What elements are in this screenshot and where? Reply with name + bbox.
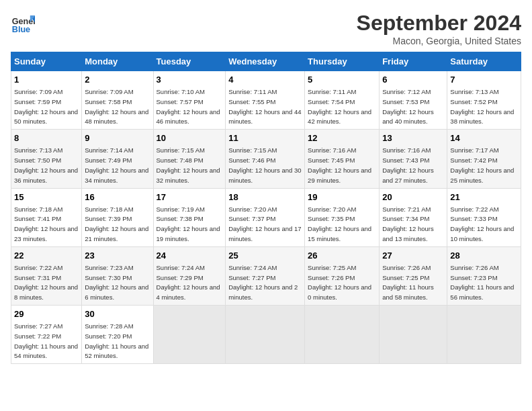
day-number: 18: [228, 191, 302, 203]
day-number: 8: [14, 132, 79, 144]
subtitle: Macon, Georgia, United States: [357, 36, 521, 46]
day-info: Sunrise: 7:24 AMSunset: 7:29 PMDaylight:…: [157, 264, 220, 301]
day-info: Sunrise: 7:19 AMSunset: 7:38 PMDaylight:…: [157, 205, 220, 242]
day-info: Sunrise: 7:24 AMSunset: 7:27 PMDaylight:…: [228, 264, 298, 301]
day-cell: [447, 306, 521, 364]
day-number: 19: [308, 191, 376, 203]
svg-text:Blue: Blue: [12, 25, 30, 34]
day-info: Sunrise: 7:22 AMSunset: 7:33 PMDaylight:…: [450, 205, 514, 242]
header-friday: Friday: [380, 52, 447, 71]
day-cell: 16 Sunrise: 7:18 AMSunset: 7:39 PMDaylig…: [82, 188, 153, 246]
day-cell: 27 Sunrise: 7:26 AMSunset: 7:25 PMDaylig…: [380, 246, 447, 305]
day-number: 2: [85, 74, 150, 86]
day-number: 13: [382, 132, 444, 144]
day-number: 20: [382, 191, 444, 203]
day-cell: 23 Sunrise: 7:23 AMSunset: 7:30 PMDaylig…: [82, 246, 153, 305]
day-info: Sunrise: 7:16 AMSunset: 7:45 PMDaylight:…: [308, 146, 371, 183]
week-row-5: 29 Sunrise: 7:27 AMSunset: 7:22 PMDaylig…: [11, 306, 521, 364]
header: General Blue September 2024 Macon, Georg…: [11, 11, 521, 46]
week-row-3: 15 Sunrise: 7:18 AMSunset: 7:41 PMDaylig…: [11, 188, 521, 246]
day-number: 4: [228, 74, 302, 86]
day-cell: 18 Sunrise: 7:20 AMSunset: 7:37 PMDaylig…: [226, 188, 305, 246]
header-thursday: Thursday: [305, 52, 380, 71]
day-number: 7: [450, 74, 518, 86]
header-wednesday: Wednesday: [226, 52, 305, 71]
day-number: 24: [157, 250, 223, 262]
day-info: Sunrise: 7:13 AMSunset: 7:52 PMDaylight:…: [450, 88, 514, 125]
day-cell: 15 Sunrise: 7:18 AMSunset: 7:41 PMDaylig…: [11, 188, 82, 246]
day-info: Sunrise: 7:09 AMSunset: 7:59 PMDaylight:…: [14, 88, 78, 125]
day-cell: 9 Sunrise: 7:14 AMSunset: 7:49 PMDayligh…: [82, 130, 153, 188]
day-number: 22: [14, 250, 79, 262]
day-cell: 10 Sunrise: 7:15 AMSunset: 7:48 PMDaylig…: [153, 130, 226, 188]
day-number: 21: [450, 191, 518, 203]
title-area: September 2024 Macon, Georgia, United St…: [357, 11, 521, 46]
day-cell: 17 Sunrise: 7:19 AMSunset: 7:38 PMDaylig…: [153, 188, 226, 246]
day-info: Sunrise: 7:17 AMSunset: 7:42 PMDaylight:…: [450, 146, 514, 183]
day-cell: 8 Sunrise: 7:13 AMSunset: 7:50 PMDayligh…: [11, 130, 82, 188]
day-info: Sunrise: 7:11 AMSunset: 7:54 PMDaylight:…: [308, 88, 371, 125]
day-number: 15: [14, 191, 79, 203]
logo: General Blue: [11, 11, 35, 35]
day-number: 23: [85, 250, 150, 262]
day-info: Sunrise: 7:28 AMSunset: 7:20 PMDaylight:…: [85, 322, 148, 359]
day-cell: 28 Sunrise: 7:26 AMSunset: 7:23 PMDaylig…: [447, 246, 521, 305]
day-number: 10: [157, 132, 223, 144]
day-cell: 29 Sunrise: 7:27 AMSunset: 7:22 PMDaylig…: [11, 306, 82, 364]
header-monday: Monday: [82, 52, 153, 71]
day-number: 30: [85, 308, 150, 320]
calendar-table: SundayMondayTuesdayWednesdayThursdayFrid…: [11, 52, 521, 364]
day-cell: [226, 306, 305, 364]
day-number: 25: [228, 250, 302, 262]
header-sunday: Sunday: [11, 52, 82, 71]
day-info: Sunrise: 7:18 AMSunset: 7:39 PMDaylight:…: [85, 205, 148, 242]
day-cell: 21 Sunrise: 7:22 AMSunset: 7:33 PMDaylig…: [447, 188, 521, 246]
day-info: Sunrise: 7:15 AMSunset: 7:46 PMDaylight:…: [228, 146, 301, 183]
day-cell: 14 Sunrise: 7:17 AMSunset: 7:42 PMDaylig…: [447, 130, 521, 188]
week-row-1: 1 Sunrise: 7:09 AMSunset: 7:59 PMDayligh…: [11, 71, 521, 130]
day-info: Sunrise: 7:23 AMSunset: 7:30 PMDaylight:…: [85, 264, 148, 301]
day-cell: 1 Sunrise: 7:09 AMSunset: 7:59 PMDayligh…: [11, 71, 82, 130]
day-number: 3: [157, 74, 223, 86]
day-number: 1: [14, 74, 79, 86]
day-cell: 22 Sunrise: 7:22 AMSunset: 7:31 PMDaylig…: [11, 246, 82, 305]
day-cell: 20 Sunrise: 7:21 AMSunset: 7:34 PMDaylig…: [380, 188, 447, 246]
day-number: 5: [308, 74, 376, 86]
day-number: 14: [450, 132, 518, 144]
day-cell: 4 Sunrise: 7:11 AMSunset: 7:55 PMDayligh…: [226, 71, 305, 130]
day-number: 17: [157, 191, 223, 203]
day-cell: 25 Sunrise: 7:24 AMSunset: 7:27 PMDaylig…: [226, 246, 305, 305]
header-row: SundayMondayTuesdayWednesdayThursdayFrid…: [11, 52, 521, 71]
day-number: 12: [308, 132, 376, 144]
header-tuesday: Tuesday: [153, 52, 226, 71]
day-info: Sunrise: 7:20 AMSunset: 7:35 PMDaylight:…: [308, 205, 371, 242]
logo-icon: General Blue: [11, 11, 35, 35]
day-number: 16: [85, 191, 150, 203]
week-row-4: 22 Sunrise: 7:22 AMSunset: 7:31 PMDaylig…: [11, 246, 521, 305]
day-info: Sunrise: 7:14 AMSunset: 7:49 PMDaylight:…: [85, 146, 148, 183]
day-info: Sunrise: 7:21 AMSunset: 7:34 PMDaylight:…: [382, 205, 434, 242]
day-cell: 6 Sunrise: 7:12 AMSunset: 7:53 PMDayligh…: [380, 71, 447, 130]
day-info: Sunrise: 7:13 AMSunset: 7:50 PMDaylight:…: [14, 146, 78, 183]
day-cell: 3 Sunrise: 7:10 AMSunset: 7:57 PMDayligh…: [153, 71, 226, 130]
day-info: Sunrise: 7:26 AMSunset: 7:25 PMDaylight:…: [382, 264, 434, 301]
header-saturday: Saturday: [447, 52, 521, 71]
day-number: 29: [14, 308, 79, 320]
day-info: Sunrise: 7:11 AMSunset: 7:55 PMDaylight:…: [228, 88, 301, 125]
day-cell: [305, 306, 380, 364]
day-cell: [153, 306, 226, 364]
day-info: Sunrise: 7:18 AMSunset: 7:41 PMDaylight:…: [14, 205, 78, 242]
day-cell: [380, 306, 447, 364]
main-title: September 2024: [357, 11, 521, 36]
day-number: 27: [382, 250, 444, 262]
day-number: 6: [382, 74, 444, 86]
day-info: Sunrise: 7:27 AMSunset: 7:22 PMDaylight:…: [14, 322, 78, 359]
week-row-2: 8 Sunrise: 7:13 AMSunset: 7:50 PMDayligh…: [11, 130, 521, 188]
day-info: Sunrise: 7:10 AMSunset: 7:57 PMDaylight:…: [157, 88, 220, 125]
day-info: Sunrise: 7:26 AMSunset: 7:23 PMDaylight:…: [450, 264, 514, 301]
day-number: 26: [308, 250, 376, 262]
day-cell: 13 Sunrise: 7:16 AMSunset: 7:43 PMDaylig…: [380, 130, 447, 188]
day-cell: 2 Sunrise: 7:09 AMSunset: 7:58 PMDayligh…: [82, 71, 153, 130]
day-cell: 19 Sunrise: 7:20 AMSunset: 7:35 PMDaylig…: [305, 188, 380, 246]
day-cell: 26 Sunrise: 7:25 AMSunset: 7:26 PMDaylig…: [305, 246, 380, 305]
